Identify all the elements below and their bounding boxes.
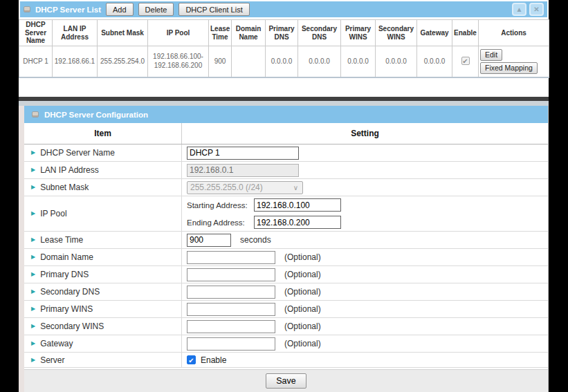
lease-time-unit: seconds bbox=[240, 235, 271, 245]
secondary-dns-input[interactable] bbox=[187, 286, 275, 299]
dhcp-server-list-panel: DHCP Server List Add Delete DHCP Client … bbox=[19, 0, 549, 97]
close-icon[interactable]: ✕ bbox=[529, 3, 544, 16]
ip-pool-label: IP Pool bbox=[40, 209, 66, 218]
row-primary-dns: ▶ Primary DNS (Optional) bbox=[24, 266, 548, 283]
row-secondary-wins: ▶ Secondary WINS (Optional) bbox=[24, 318, 548, 335]
fixed-mapping-button[interactable]: Fixed Mapping bbox=[480, 62, 538, 74]
server-enable-label: Enable bbox=[201, 355, 226, 365]
lan-ip-label: LAN IP Address bbox=[40, 165, 99, 175]
subnet-mask-label: Subnet Mask bbox=[40, 183, 89, 192]
bullet-icon: ▶ bbox=[31, 150, 35, 156]
cell-ip-pool: 192.168.66.100-192.168.66.200 bbox=[148, 46, 209, 77]
dhcp-server-table: DHCP Server Name LAN IP Address Subnet M… bbox=[19, 19, 549, 78]
collapse-icon[interactable]: ▲ bbox=[512, 3, 526, 16]
dhcp-server-list-titlebar: DHCP Server List Add Delete DHCP Client … bbox=[20, 1, 547, 17]
save-bar: Save bbox=[24, 369, 548, 392]
bullet-icon: ▶ bbox=[31, 341, 35, 346]
edit-button[interactable]: Edit bbox=[480, 49, 502, 61]
primary-dns-input[interactable] bbox=[187, 268, 275, 281]
col-actions: Actions bbox=[479, 20, 549, 46]
col-enable: Enable bbox=[452, 20, 479, 46]
bullet-icon: ▶ bbox=[31, 306, 35, 312]
cell-secondary-wins: 0.0.0.0 bbox=[376, 46, 417, 77]
starting-address-label: Starting Address: bbox=[187, 201, 254, 209]
chevron-down-icon: ∨ bbox=[293, 184, 298, 192]
server-label: Server bbox=[40, 355, 64, 365]
cell-enable: ✔ bbox=[452, 46, 479, 77]
cell-lan-ip: 192.168.66.1 bbox=[53, 46, 98, 77]
cell-primary-wins: 0.0.0.0 bbox=[341, 46, 376, 77]
panel-title: DHCP Server List bbox=[35, 6, 101, 14]
optional-hint: (Optional) bbox=[284, 287, 321, 297]
row-server: ▶ Server ✔ Enable bbox=[24, 353, 548, 368]
col-secondary-wins: Secondary WINS bbox=[376, 20, 417, 46]
bullet-icon: ▶ bbox=[31, 167, 35, 173]
configuration-panel-body: DHCP Server Configuration Item Setting ▶… bbox=[24, 106, 549, 392]
window-controls: ▲ ✕ bbox=[512, 3, 544, 16]
primary-wins-label: Primary WINS bbox=[40, 304, 93, 314]
cell-lease-time: 900 bbox=[209, 46, 232, 77]
cell-domain-name bbox=[232, 46, 266, 77]
enable-checkbox-disabled: ✔ bbox=[461, 57, 470, 65]
row-dhcp-server-name: ▶ DHCP Server Name bbox=[24, 144, 548, 162]
col-secondary-dns: Secondary DNS bbox=[298, 20, 341, 46]
domain-name-input[interactable] bbox=[187, 251, 275, 264]
cell-actions: Edit Fixed Mapping bbox=[479, 46, 549, 77]
col-lan-ip: LAN IP Address bbox=[53, 20, 98, 46]
ending-address-label: Ending Address: bbox=[187, 218, 254, 227]
bullet-icon: ▶ bbox=[31, 289, 35, 295]
col-primary-dns: Primary DNS bbox=[266, 20, 298, 46]
configuration-table-header: Item Setting bbox=[24, 123, 548, 144]
secondary-dns-label: Secondary DNS bbox=[40, 287, 100, 297]
lan-ip-input bbox=[187, 164, 299, 177]
dhcp-server-configuration-panel: DHCP Server Configuration Item Setting ▶… bbox=[19, 97, 549, 392]
col-subnet-mask: Subnet Mask bbox=[98, 20, 148, 46]
optional-hint: (Optional) bbox=[284, 321, 321, 331]
delete-button[interactable]: Delete bbox=[138, 3, 174, 16]
row-lease-time: ▶ Lease Time seconds bbox=[24, 232, 548, 249]
col-primary-wins: Primary WINS bbox=[341, 20, 376, 46]
cell-dhcp-server-name: DHCP 1 bbox=[19, 46, 53, 77]
save-button[interactable]: Save bbox=[266, 373, 306, 389]
cell-secondary-dns: 0.0.0.0 bbox=[298, 46, 341, 77]
secondary-wins-input[interactable] bbox=[187, 320, 275, 333]
row-domain-name: ▶ Domain Name (Optional) bbox=[24, 249, 548, 266]
header-setting: Setting bbox=[182, 123, 548, 144]
row-primary-wins: ▶ Primary WINS (Optional) bbox=[24, 301, 548, 318]
panel-top-strip bbox=[19, 101, 549, 106]
bullet-icon: ▶ bbox=[31, 185, 35, 190]
optional-hint: (Optional) bbox=[284, 339, 321, 348]
optional-hint: (Optional) bbox=[284, 270, 321, 279]
cell-gateway: 0.0.0.0 bbox=[417, 46, 452, 77]
dhcp-client-list-button[interactable]: DHCP Client List bbox=[178, 3, 249, 16]
configuration-titlebar: DHCP Server Configuration bbox=[24, 106, 548, 123]
cell-subnet-mask: 255.255.254.0 bbox=[98, 46, 148, 77]
primary-wins-input[interactable] bbox=[187, 303, 275, 316]
panel-icon bbox=[24, 6, 30, 12]
panel-icon bbox=[32, 111, 39, 118]
server-enable-checkbox[interactable]: ✔ bbox=[187, 355, 196, 364]
panel-left-strip bbox=[19, 106, 24, 392]
dhcp-server-name-input[interactable] bbox=[187, 147, 299, 160]
ending-address-input[interactable] bbox=[254, 216, 341, 229]
lease-time-input[interactable] bbox=[187, 234, 231, 247]
add-button[interactable]: Add bbox=[106, 3, 134, 16]
subnet-mask-select: 255.255.255.0 (/24) ∨ bbox=[187, 181, 303, 194]
bullet-icon: ▶ bbox=[31, 357, 35, 363]
starting-address-input[interactable] bbox=[254, 198, 341, 212]
bullet-icon: ▶ bbox=[31, 237, 35, 243]
table-header-row: DHCP Server Name LAN IP Address Subnet M… bbox=[19, 20, 549, 46]
gateway-input[interactable] bbox=[187, 337, 275, 351]
gateway-label: Gateway bbox=[40, 339, 73, 348]
domain-name-label: Domain Name bbox=[40, 252, 93, 262]
bullet-icon: ▶ bbox=[31, 324, 35, 329]
optional-hint: (Optional) bbox=[284, 252, 321, 262]
optional-hint: (Optional) bbox=[284, 304, 321, 314]
row-lan-ip-address: ▶ LAN IP Address bbox=[24, 162, 548, 179]
col-gateway: Gateway bbox=[417, 20, 452, 46]
header-item: Item bbox=[24, 123, 182, 144]
col-domain-name: Domain Name bbox=[232, 20, 266, 46]
table-row: DHCP 1 192.168.66.1 255.255.254.0 192.16… bbox=[19, 46, 549, 77]
col-dhcp-server-name: DHCP Server Name bbox=[19, 20, 53, 46]
col-ip-pool: IP Pool bbox=[148, 20, 209, 46]
